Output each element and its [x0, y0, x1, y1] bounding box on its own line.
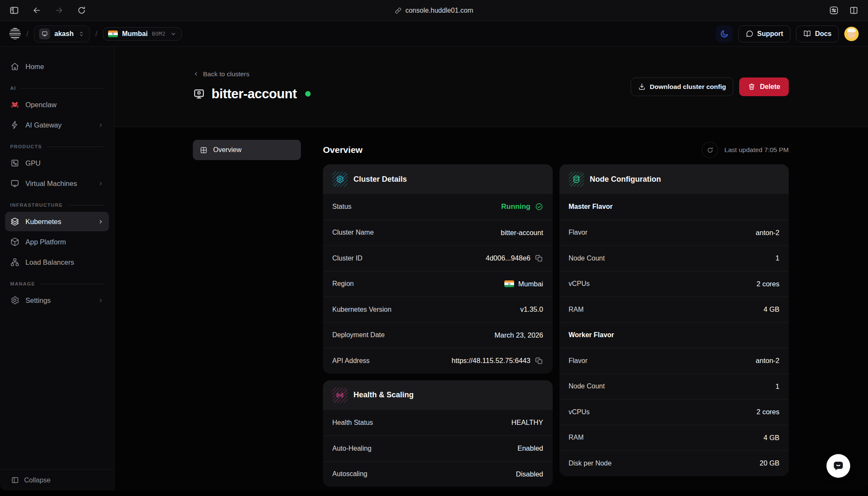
moon-icon — [720, 29, 729, 39]
row-value-text: bitter-account — [501, 229, 543, 237]
address-bar[interactable]: console.huddle01.com — [395, 7, 473, 14]
india-flag-icon — [108, 30, 118, 37]
org-selector[interactable]: akash — [34, 25, 89, 42]
split-view-icon[interactable] — [849, 6, 859, 15]
row-value: Running — [501, 202, 543, 211]
row-value-text: 1 — [776, 382, 779, 391]
chat-launcher-icon — [832, 460, 845, 472]
detail-row-node-count: Node Count1 — [559, 245, 789, 271]
row-label: Node Count — [569, 255, 605, 262]
sidebar-item-load-balancers[interactable]: Load Balancers — [5, 252, 109, 272]
row-value-text: 2 cores — [757, 280, 779, 288]
row-value: v1.35.0 — [520, 305, 543, 313]
detail-row-cluster-id: Cluster ID4d006...948e6 — [323, 245, 553, 271]
back-label: Back to clusters — [203, 70, 249, 78]
region-selector[interactable]: Mumbai BOM2 — [103, 27, 182, 41]
sidebar-item-gpu[interactable]: GPU — [5, 153, 109, 173]
detail-row-kubernetes-version: Kubernetes Versionv1.35.0 — [323, 296, 553, 322]
huddle-logo[interactable] — [9, 28, 21, 39]
page-title: bitter-account — [211, 86, 297, 102]
monitor-icon — [10, 179, 19, 188]
detail-row-api-address: API Addresshttps://48.115.52.75:6443 — [323, 348, 553, 374]
chevron-right-icon — [97, 180, 104, 187]
delete-button[interactable]: Delete — [739, 78, 789, 96]
row-label: Cluster ID — [332, 255, 362, 262]
collapse-sidebar-button[interactable]: Collapse — [0, 469, 114, 490]
refresh-button[interactable] — [702, 142, 718, 158]
panel-left-icon — [11, 476, 19, 484]
detail-row-disk-per-node: Disk per Node20 GB — [559, 450, 789, 476]
collapse-label: Collapse — [24, 477, 50, 484]
detail-row-ram: RAM4 GB — [559, 425, 789, 451]
row-label: Flavor — [569, 357, 587, 365]
row-value: anton-2 — [756, 229, 779, 237]
region-name: Mumbai — [122, 30, 147, 38]
card-title: Node Configuration — [590, 175, 661, 184]
detail-row-ram: RAM4 GB — [559, 296, 789, 322]
detail-row-flavor: Flavoranton-2 — [559, 220, 789, 246]
theme-toggle-button[interactable] — [716, 25, 733, 42]
detail-row-vcpus: vCPUs2 cores — [559, 271, 789, 297]
sidebar-item-app-platform[interactable]: App Platform — [5, 232, 109, 252]
row-value: Disabled — [516, 470, 543, 478]
row-value: 20 GB — [760, 459, 779, 467]
sidebar-nav: HomeAIOpenclawAI GatewayPRODUCTSGPUVirtu… — [5, 53, 109, 469]
row-label: Flavor — [569, 229, 587, 236]
download-label: Download cluster config — [650, 83, 726, 91]
check-circle-icon — [535, 202, 543, 211]
breadcrumb-separator: / — [95, 29, 97, 39]
sidebar: HomeAIOpenclawAI GatewayPRODUCTSGPUVirtu… — [0, 47, 114, 490]
openclaw-icon — [10, 100, 19, 109]
detail-row-node-count: Node Count1 — [559, 374, 789, 399]
card-title: Cluster Details — [353, 175, 407, 184]
cluster-monitor-icon — [193, 88, 205, 100]
status-dot — [305, 91, 311, 97]
docs-label: Docs — [815, 30, 832, 38]
sidebar-item-label: Kubernetes — [25, 218, 61, 226]
detail-row-autoscaling: AutoscalingDisabled — [323, 461, 553, 487]
copy-button[interactable] — [535, 254, 543, 263]
trash-icon — [748, 83, 756, 91]
avatar[interactable] — [844, 27, 859, 41]
page-tools-icon[interactable] — [829, 6, 839, 15]
row-label: RAM — [569, 434, 584, 441]
row-value-text: v1.35.0 — [520, 305, 543, 313]
download-config-button[interactable]: Download cluster config — [631, 78, 733, 96]
sidebar-item-settings[interactable]: Settings — [5, 291, 109, 310]
sidebar-section-label: PRODUCTS — [10, 144, 104, 149]
support-button[interactable]: Support — [738, 25, 790, 42]
sidebar-item-openclaw[interactable]: Openclaw — [5, 95, 109, 114]
row-label: Cluster Name — [332, 229, 374, 236]
tab-overview[interactable]: Overview — [193, 140, 301, 160]
docs-button[interactable]: Docs — [796, 25, 839, 42]
tab-column: Overview — [193, 140, 301, 490]
back-to-clusters-link[interactable]: Back to clusters — [193, 70, 249, 78]
chevron-down-icon — [170, 30, 177, 37]
gear-icon — [10, 296, 19, 305]
sidebar-item-ai-gateway[interactable]: AI Gateway — [5, 115, 109, 135]
row-value-text: 20 GB — [760, 459, 779, 467]
home-icon — [10, 62, 19, 71]
row-value: 2 cores — [757, 280, 779, 288]
chat-launcher-button[interactable] — [826, 454, 850, 478]
gpu-icon — [10, 158, 19, 168]
row-value-text: Disabled — [516, 470, 543, 478]
breadcrumb-separator: / — [26, 29, 28, 39]
reload-icon[interactable] — [77, 6, 86, 15]
forward-icon — [54, 6, 64, 15]
sidebar-item-home[interactable]: Home — [5, 57, 109, 76]
flavor-subheader-worker-flavor: Worker Flavor — [559, 322, 789, 348]
sidebar-section-label: AI — [10, 86, 104, 91]
copy-button[interactable] — [535, 357, 543, 365]
sidebar-item-kubernetes[interactable]: Kubernetes — [5, 212, 109, 231]
back-icon[interactable] — [32, 6, 42, 15]
row-value: anton-2 — [756, 357, 779, 365]
split-view-icon — [849, 6, 859, 15]
row-value: March 23, 2026 — [495, 331, 543, 339]
row-value-text: anton-2 — [756, 229, 779, 237]
forward-icon[interactable] — [54, 6, 64, 15]
sidebar-item-virtual-machines[interactable]: Virtual Machines — [5, 174, 109, 193]
row-value: https://48.115.52.75:6443 — [452, 357, 543, 365]
health-scaling-icon — [332, 388, 348, 403]
sidebar-toggle-icon[interactable] — [9, 6, 19, 15]
